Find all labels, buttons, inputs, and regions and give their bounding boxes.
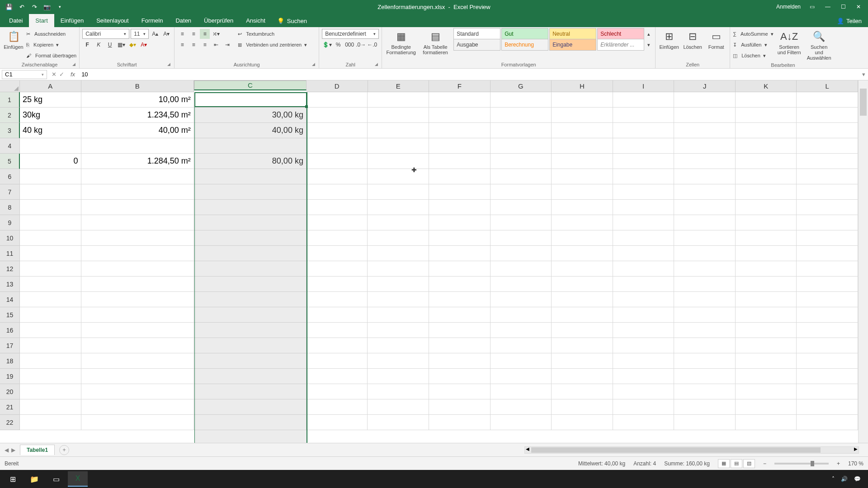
column-header[interactable]: I xyxy=(613,80,675,92)
cell[interactable] xyxy=(736,215,797,230)
cell[interactable] xyxy=(368,277,429,292)
cell[interactable] xyxy=(20,292,81,307)
cell[interactable] xyxy=(81,200,194,215)
cell[interactable] xyxy=(736,415,797,430)
row-header[interactable]: 3 xyxy=(0,123,20,138)
orientation-icon[interactable]: ⤮▾ xyxy=(211,29,221,39)
cell[interactable] xyxy=(81,338,194,353)
cell[interactable] xyxy=(368,261,429,277)
cell[interactable] xyxy=(797,154,858,169)
cell[interactable] xyxy=(81,353,194,369)
cell[interactable] xyxy=(552,338,613,353)
cell[interactable]: 30kg xyxy=(20,108,81,123)
select-all-corner[interactable] xyxy=(0,80,20,92)
cell[interactable] xyxy=(674,138,736,154)
cell[interactable] xyxy=(194,338,307,353)
align-top-icon[interactable]: ≡ xyxy=(177,29,187,39)
cell[interactable] xyxy=(613,338,675,353)
zoom-in-icon[interactable]: + xyxy=(837,460,840,467)
cell[interactable] xyxy=(194,369,307,384)
cell[interactable] xyxy=(194,323,307,338)
cell[interactable] xyxy=(20,261,81,277)
scrollbar-thumb[interactable] xyxy=(860,89,867,116)
cell[interactable] xyxy=(491,261,552,277)
decrease-indent-icon[interactable]: ⇤ xyxy=(211,40,221,50)
cell[interactable] xyxy=(307,353,368,369)
cell[interactable] xyxy=(429,384,491,399)
taskbar-file-explorer[interactable]: 📁 xyxy=(24,471,44,487)
cell[interactable] xyxy=(491,200,552,215)
row-header[interactable]: 15 xyxy=(0,307,20,323)
cell[interactable] xyxy=(736,108,797,123)
cell[interactable] xyxy=(81,307,194,323)
cell[interactable] xyxy=(797,292,858,307)
cell[interactable] xyxy=(797,277,858,292)
cell[interactable] xyxy=(613,292,675,307)
cell[interactable] xyxy=(674,215,736,230)
zoom-slider[interactable] xyxy=(774,463,829,465)
cell[interactable] xyxy=(194,292,307,307)
cell[interactable] xyxy=(194,138,307,154)
tab-file[interactable]: Datei xyxy=(3,14,29,27)
cell[interactable] xyxy=(20,399,81,415)
cell[interactable] xyxy=(736,138,797,154)
cell[interactable] xyxy=(613,415,675,430)
sheet-tab[interactable]: Tabelle1 xyxy=(20,445,55,455)
cell[interactable] xyxy=(194,353,307,369)
cell[interactable] xyxy=(429,138,491,154)
cell[interactable] xyxy=(20,138,81,154)
cell[interactable] xyxy=(491,338,552,353)
taskbar-excel[interactable]: X xyxy=(68,471,88,487)
cell[interactable] xyxy=(736,292,797,307)
cell[interactable] xyxy=(429,169,491,184)
dialog-launcher-icon[interactable]: ◢ xyxy=(312,62,315,66)
cell[interactable] xyxy=(613,277,675,292)
cell[interactable] xyxy=(552,215,613,230)
tab-home[interactable]: Start xyxy=(29,14,54,27)
scroll-left-icon[interactable]: ◀ xyxy=(526,446,529,451)
cell[interactable] xyxy=(797,323,858,338)
cell[interactable] xyxy=(429,261,491,277)
cell[interactable] xyxy=(797,184,858,200)
column-header[interactable]: H xyxy=(552,80,613,92)
cell[interactable] xyxy=(20,169,81,184)
style-standard[interactable]: Standard xyxy=(453,28,500,40)
cell[interactable] xyxy=(736,200,797,215)
cell[interactable] xyxy=(429,246,491,261)
cell[interactable] xyxy=(81,277,194,292)
cell[interactable] xyxy=(429,92,491,108)
cell[interactable] xyxy=(20,353,81,369)
cell[interactable] xyxy=(429,353,491,369)
tray-notifications-icon[interactable]: 💬 xyxy=(854,476,861,482)
cell[interactable] xyxy=(674,307,736,323)
cell[interactable] xyxy=(491,138,552,154)
cell[interactable] xyxy=(194,215,307,230)
sheet-nav-next-icon[interactable]: ▶ xyxy=(11,447,15,453)
cell[interactable] xyxy=(674,415,736,430)
cell[interactable] xyxy=(491,169,552,184)
cell[interactable] xyxy=(613,369,675,384)
cell[interactable] xyxy=(307,399,368,415)
tell-me-search[interactable]: 💡 Suchen xyxy=(272,15,312,27)
cells-area[interactable]: 25 kg10,00 m²10,00 kg30kg1.234,50 m²30,0… xyxy=(20,92,858,443)
cell[interactable] xyxy=(552,415,613,430)
cell[interactable] xyxy=(194,169,307,184)
cell[interactable] xyxy=(552,353,613,369)
cell[interactable] xyxy=(81,246,194,261)
row-header[interactable]: 16 xyxy=(0,323,20,338)
cell[interactable] xyxy=(797,369,858,384)
formula-input[interactable]: 10 xyxy=(79,71,859,78)
sheet-nav-prev-icon[interactable]: ◀ xyxy=(5,447,9,453)
decrease-decimal-icon[interactable]: ←.0 xyxy=(367,40,377,50)
cell[interactable] xyxy=(674,230,736,246)
cell[interactable] xyxy=(674,277,736,292)
cell[interactable] xyxy=(368,384,429,399)
minimize-icon[interactable]: — xyxy=(824,4,832,10)
cell[interactable] xyxy=(307,215,368,230)
cell[interactable] xyxy=(491,307,552,323)
cell[interactable] xyxy=(552,230,613,246)
cell[interactable] xyxy=(368,338,429,353)
cell[interactable] xyxy=(368,184,429,200)
cell[interactable] xyxy=(491,230,552,246)
cell[interactable] xyxy=(552,138,613,154)
